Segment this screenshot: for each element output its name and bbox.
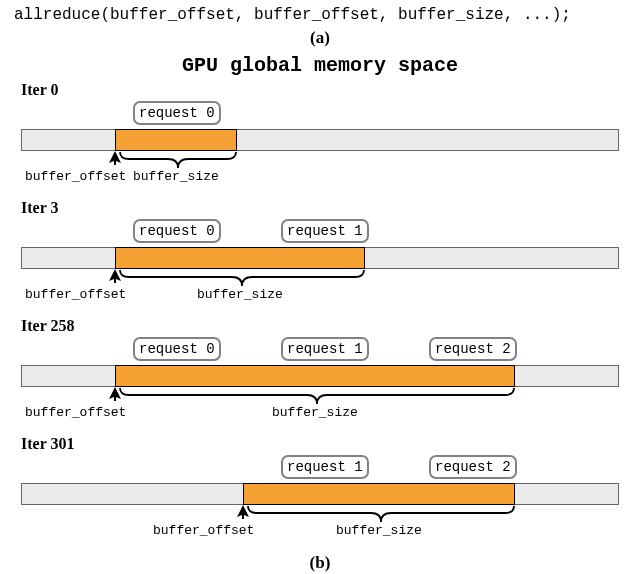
memory-bar-fill	[115, 129, 237, 151]
annotation-row: buffer_offsetbuffer_size	[21, 269, 619, 309]
curly-brace-icon	[119, 151, 237, 169]
page: allreduce(buffer_offset, buffer_offset, …	[0, 0, 640, 574]
request-chip: request 2	[429, 455, 517, 479]
iter-label: Iter 0	[21, 81, 619, 99]
iter-block: Iter 301request 1request 2buffer_offsetb…	[21, 435, 619, 545]
buffer-size-label: buffer_size	[336, 523, 422, 538]
request-row: request 0	[21, 101, 619, 129]
request-chip: request 0	[133, 101, 221, 125]
iter-block: Iter 258request 0request 1request 2buffe…	[21, 317, 619, 427]
curly-brace-icon	[247, 505, 515, 523]
request-chip: request 0	[133, 337, 221, 361]
request-chip: request 2	[429, 337, 517, 361]
memory-bar	[21, 129, 619, 151]
figure-sublabel-a: (a)	[8, 28, 632, 48]
request-row: request 0request 1request 2	[21, 337, 619, 365]
memory-bar-fill	[243, 483, 515, 505]
iter-block: Iter 0request 0buffer_offsetbuffer_size	[21, 81, 619, 191]
curly-brace-icon	[119, 269, 365, 287]
memory-bar-bg	[21, 129, 619, 151]
buffer-size-label: buffer_size	[133, 169, 219, 184]
request-row: request 0request 1	[21, 219, 619, 247]
memory-bar	[21, 365, 619, 387]
buffer-offset-label: buffer_offset	[25, 287, 126, 302]
iter-label: Iter 258	[21, 317, 619, 335]
request-chip: request 1	[281, 219, 369, 243]
annotation-row: buffer_offsetbuffer_size	[21, 505, 619, 545]
buffer-size-label: buffer_size	[197, 287, 283, 302]
memory-bar-fill	[115, 365, 515, 387]
request-chip: request 1	[281, 337, 369, 361]
curly-brace-icon	[119, 387, 515, 405]
buffer-offset-label: buffer_offset	[153, 523, 254, 538]
code-line: allreduce(buffer_offset, buffer_offset, …	[8, 4, 632, 26]
annotation-row: buffer_offsetbuffer_size	[21, 387, 619, 427]
buffer-size-label: buffer_size	[272, 405, 358, 420]
diagram-title: GPU global memory space	[8, 54, 632, 77]
annotation-row: buffer_offsetbuffer_size	[21, 151, 619, 191]
iter-block: Iter 3request 0request 1buffer_offsetbuf…	[21, 199, 619, 309]
memory-bar	[21, 483, 619, 505]
memory-bar	[21, 247, 619, 269]
memory-bar-fill	[115, 247, 365, 269]
request-chip: request 1	[281, 455, 369, 479]
buffer-offset-label: buffer_offset	[25, 169, 126, 184]
request-row: request 1request 2	[21, 455, 619, 483]
request-chip: request 0	[133, 219, 221, 243]
figure-sublabel-b: (b)	[8, 553, 632, 573]
diagram: Iter 0request 0buffer_offsetbuffer_sizeI…	[21, 81, 619, 545]
iter-label: Iter 3	[21, 199, 619, 217]
iter-label: Iter 301	[21, 435, 619, 453]
buffer-offset-label: buffer_offset	[25, 405, 126, 420]
